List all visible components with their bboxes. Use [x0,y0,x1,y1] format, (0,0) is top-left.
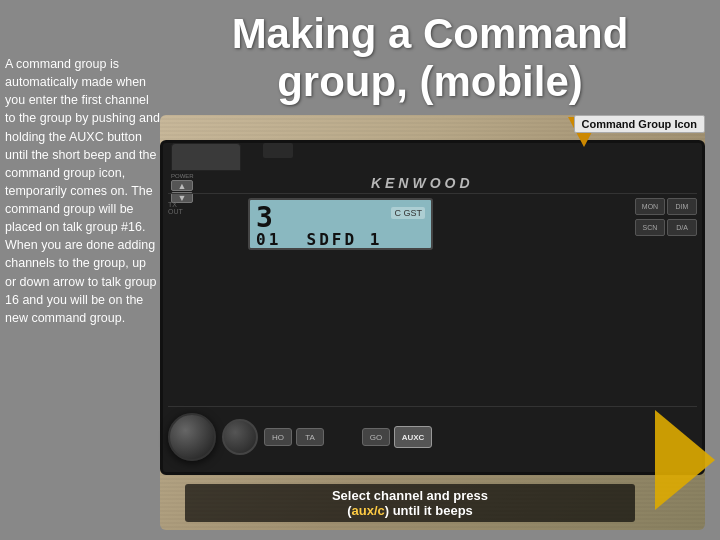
right-button-group: MON DIM SCN D/A [635,198,697,236]
command-group-label: Command Group Icon [574,115,706,133]
scn-button[interactable]: SCN [635,219,665,236]
display-channel-num: 3 [256,204,273,232]
volume-knob[interactable] [222,419,258,455]
brand-label: KENWOOD [371,175,474,191]
separator-bottom [168,406,697,407]
title-area: Making a Command group, (mobile) [160,10,700,107]
radio-image-area: KENWOOD POWER ▲ ▼ 3 C GST 01 [160,115,705,530]
auxc-button[interactable]: AUXC [394,426,432,448]
bottom-caption: Select channel and press (aux/c) until i… [185,484,635,522]
bottom-controls: HO TA GO AUXC [168,412,697,462]
display-screen: 3 C GST 01 SDFD 1 [248,198,433,250]
connector2 [263,143,293,158]
mon-button[interactable]: MON [635,198,665,215]
da-button[interactable]: D/A [667,219,697,236]
radio-face: KENWOOD POWER ▲ ▼ 3 C GST 01 [160,140,705,475]
body-text: A command group is automatically made wh… [5,55,160,327]
slide-title: Making a Command group, (mobile) [160,10,700,107]
power-label: POWER [171,173,194,179]
main-knob[interactable] [168,413,216,461]
display-top: 3 C GST [256,204,425,232]
up-button[interactable]: ▲ [171,180,193,191]
radio-wrapper: KENWOOD POWER ▲ ▼ 3 C GST 01 [160,115,705,530]
bottom-button-row: HO TA GO AUXC [264,426,432,448]
big-right-arrow-icon [655,410,715,510]
aux-highlight: aux/c [351,503,384,518]
power-section: POWER ▲ ▼ [171,173,194,203]
big-arrow-annotation [655,410,715,510]
ta-button[interactable]: TA [296,428,324,446]
ho-button[interactable]: HO [264,428,292,446]
separator-top [168,193,697,194]
go-button[interactable]: GO [362,428,390,446]
slide-container: Making a Command group, (mobile) A comma… [0,0,720,540]
dim-button[interactable]: DIM [667,198,697,215]
caption-line2: (aux/c) until it beeps [195,503,625,518]
cable-connector [171,143,241,171]
body-text-area: A command group is automatically made wh… [5,55,160,327]
display-channel-name: 01 SDFD 1 [256,230,425,249]
display-top-right: C GST [391,207,425,219]
tx-indicator: TXOUT [168,201,183,215]
caption-line1: Select channel and press [195,488,625,503]
updown-buttons: ▲ ▼ [171,180,194,203]
